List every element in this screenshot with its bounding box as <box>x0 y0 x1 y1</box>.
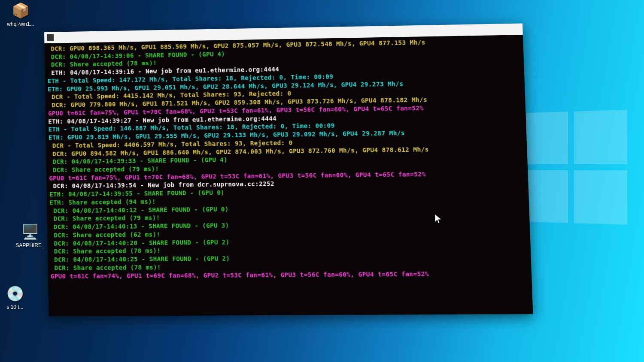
terminal-output[interactable]: DCR: GPU0 898.365 Mh/s, GPU1 885.569 Mh/… <box>44 35 533 316</box>
app-icon <box>47 34 54 41</box>
desktop-icon-label: SAPPHIRE_ <box>15 242 44 248</box>
console-window[interactable]: DCR: GPU0 898.365 Mh/s, GPU1 885.569 Mh/… <box>44 24 533 317</box>
desktop-icon-win10[interactable]: 💿 s 10 t... <box>0 285 30 311</box>
computer-icon: 🖥️ <box>13 223 47 240</box>
desktop-icon-sapphire[interactable]: 🖥️ SAPPHIRE_ <box>13 223 47 249</box>
package-icon: 📦 <box>3 2 38 19</box>
disc-icon: 💿 <box>0 285 30 302</box>
desktop-icon-label: whql-win1... <box>7 21 34 27</box>
desktop-icon-label: s 10 t... <box>6 304 23 310</box>
desktop-wallpaper: 📦 whql-win1... 🖥️ SAPPHIRE_ 💿 s 10 t... … <box>0 0 644 362</box>
windows-logo-icon <box>518 110 628 225</box>
desktop-icon-whql[interactable]: 📦 whql-win1... <box>3 2 38 27</box>
